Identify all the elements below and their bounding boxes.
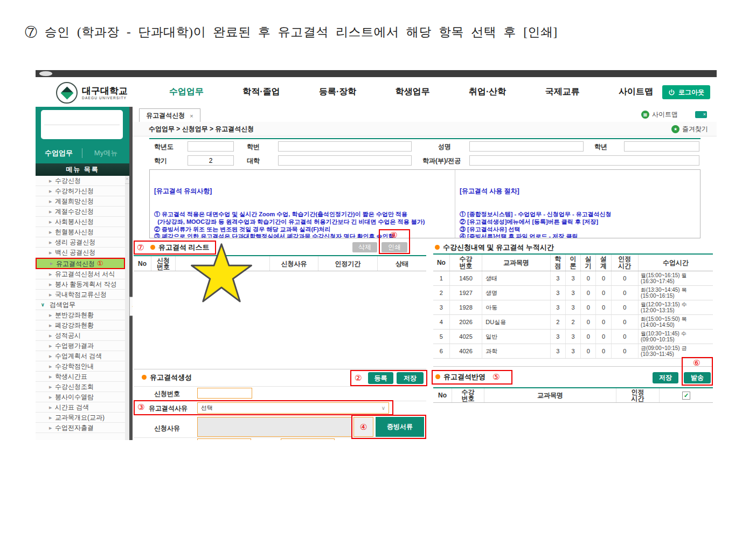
sidebar-item-19[interactable]: ▶학생시간표 [36, 372, 125, 382]
triangle-right-icon: ▶ [49, 176, 52, 186]
sidebar-item-0[interactable]: ▶수강신청 [36, 176, 125, 186]
sidebar-tab-main[interactable]: 수업업무 [36, 148, 82, 158]
student-no-field[interactable] [278, 141, 412, 152]
annotation-2: ② [355, 373, 362, 383]
create-separator [134, 369, 426, 369]
enroll-cell-0: 1 [433, 271, 449, 286]
enroll-cell-1: 1928 [449, 300, 482, 315]
tab-bar: 유고결석신청 × ▦ 사이트맵 × [133, 107, 717, 122]
triangle-right-icon: ▶ [49, 227, 52, 237]
sidebar-item-11[interactable]: ▶국내학점교류신청 [36, 290, 125, 300]
nav-item-6[interactable]: 사이트맵 [619, 86, 653, 98]
enroll-cell-5: 0 [581, 300, 596, 315]
enroll-cell-8: 월(15:00~16:15) 월(16:30~17:45) [639, 271, 713, 286]
major-field[interactable] [469, 155, 699, 166]
sidebar-scrollbar[interactable]: ^ [125, 176, 129, 440]
sidebar-item-13[interactable]: ▶분반강좌현황 [36, 310, 125, 320]
register-button[interactable]: 등록 [368, 372, 393, 384]
sidebar-item-2[interactable]: ▶계절희망신청 [36, 196, 125, 207]
sitemap-chip[interactable]: ▦ 사이트맵 [641, 110, 678, 119]
tab-close-icon[interactable]: × [190, 113, 193, 119]
sidebar-item-7[interactable]: ▶백신 공결신청 [36, 248, 125, 258]
enroll-cell-6: 0 [596, 344, 611, 359]
window-close-icon[interactable]: × [695, 111, 707, 118]
sidebar-item-23[interactable]: ▶교과목개요(교과) [36, 413, 125, 423]
reflect-panel-title: 유고결석반영 [443, 372, 485, 382]
sidebar-item-14[interactable]: ▶폐강강좌현황 [36, 320, 125, 331]
reflect-col-0: No [433, 388, 452, 402]
semester-field[interactable] [188, 155, 234, 166]
nav-item-5[interactable]: 국제교류 [545, 86, 580, 98]
enroll-cell-4: 2 [565, 315, 580, 330]
sidebar-item-10[interactable]: ▶봉사 활동계획서 작성 [36, 279, 125, 290]
notice-right-title: [유고결석 사용 절차] [460, 188, 696, 195]
send-button[interactable]: 발송 [684, 372, 711, 383]
sidebar-item-12[interactable]: ∨검색업무 [36, 300, 125, 310]
content-area: 유고결석신청 × ▦ 사이트맵 × 수업업무 > 신청업무 > 유고결석신청 ★… [133, 107, 717, 440]
sidebar-item-9[interactable]: ▶유고결석신청서 서식 [36, 269, 125, 279]
tab-absence-application[interactable]: 유고결석신청 × [139, 108, 200, 122]
print-button[interactable]: 인쇄 [382, 242, 407, 252]
select-all-checkbox[interactable]: ✓ [682, 392, 690, 400]
enroll-cell-4: 3 [565, 344, 580, 359]
sidebar-item-5[interactable]: ▶헌혈봉사신청 [36, 227, 125, 237]
college-field[interactable] [278, 155, 412, 166]
sidebar-item-label: 폐강강좌현황 [55, 321, 94, 329]
annotation-8: ⑧ [390, 230, 397, 240]
logout-button[interactable]: 로그아웃 [662, 85, 710, 99]
sidebar-tab-my[interactable]: My메뉴 [82, 148, 129, 158]
sidebar-item-17[interactable]: ▶수업계획서 검색 [36, 351, 125, 361]
breadcrumb: 수업업무 > 신청업무 > 유고결석신청 [149, 122, 254, 136]
delete-button[interactable]: 삭제 [352, 242, 377, 252]
sidebar-item-15[interactable]: ▶성적공시 [36, 331, 125, 341]
reflect-save-button[interactable]: 저장 [653, 372, 678, 383]
enroll-cell-3: 3 [550, 271, 565, 286]
sidebar-item-label: 수강신청 [55, 177, 81, 184]
sidebar-item-label: 수업계획서 검색 [55, 352, 102, 360]
enroll-cell-0: 4 [433, 315, 449, 330]
sidebar-item-18[interactable]: ▶수강학점안내 [36, 361, 125, 372]
favorite-chip[interactable]: ★ 즐겨찾기 [671, 125, 708, 134]
semester-label: 학기 [154, 155, 167, 167]
sidebar-item-6[interactable]: ▶생리 공결신청 [36, 237, 125, 248]
enroll-cell-5: 0 [581, 286, 596, 300]
name-field[interactable] [469, 141, 584, 152]
enroll-cell-5: 0 [581, 271, 596, 286]
sidebar-item-4[interactable]: ▶사회봉사신청 [36, 217, 125, 227]
sitemap-label: 사이트맵 [652, 110, 678, 119]
sidebar-item-8[interactable]: ▶유고결석신청① [36, 258, 125, 269]
enroll-cell-1: 1927 [449, 286, 482, 300]
sidebar-item-22[interactable]: ▶시간표 검색 [36, 402, 125, 413]
enroll-cell-3: 2 [550, 315, 565, 330]
nav-item-0[interactable]: 수업업무 [169, 86, 204, 98]
notice-line: ③ [유고결석사유] 선택 [460, 226, 696, 234]
create-save-button[interactable]: 저장 [397, 372, 424, 384]
grade-field[interactable] [624, 141, 699, 152]
period-start-field[interactable] [197, 438, 251, 440]
sidebar-item-label: 백신 공결신청 [55, 249, 95, 256]
sidebar-item-label: 생리 공결신청 [55, 238, 95, 246]
nav-item-2[interactable]: 등록·장학 [319, 86, 356, 98]
sidebar-item-21[interactable]: ▶봉사이수열람 [36, 392, 125, 402]
sidebar-item-16[interactable]: ▶수업평가결과 [36, 341, 125, 351]
period-end-field[interactable] [281, 438, 335, 440]
sidebar-item-label: 성적공시 [55, 332, 81, 339]
table-row: 11450생태33000월(15:00~16:15) 월(16:30~17:45… [433, 271, 713, 286]
evidence-button[interactable]: 증빙서류 [376, 417, 424, 437]
enroll-panel-title: 수강신청내역 및 유고결석 누적시간 [443, 243, 554, 252]
sidebar-item-20[interactable]: ▶수강신청조회 [36, 382, 125, 392]
year-field[interactable] [188, 141, 234, 152]
apply-no-field[interactable] [197, 388, 252, 399]
form-top-border [149, 138, 700, 139]
detail-textarea[interactable] [197, 417, 352, 437]
reason-select[interactable]: 선택 ∨ [197, 402, 389, 414]
sidebar-item-3[interactable]: ▶계절수강신청 [36, 207, 125, 217]
enroll-cell-2: 생태 [482, 271, 550, 286]
nav-item-4[interactable]: 취업·산학 [469, 86, 506, 98]
nav-item-3[interactable]: 학생업무 [396, 86, 430, 98]
nav-item-1[interactable]: 학적·졸업 [242, 86, 280, 98]
sidebar-item-24[interactable]: ▶수업전자출결 [36, 423, 125, 433]
scroll-up-icon[interactable]: ^ [125, 176, 129, 184]
enroll-cell-7: 0 [611, 286, 638, 300]
sidebar-item-1[interactable]: ▶수강허가신청 [36, 186, 125, 196]
